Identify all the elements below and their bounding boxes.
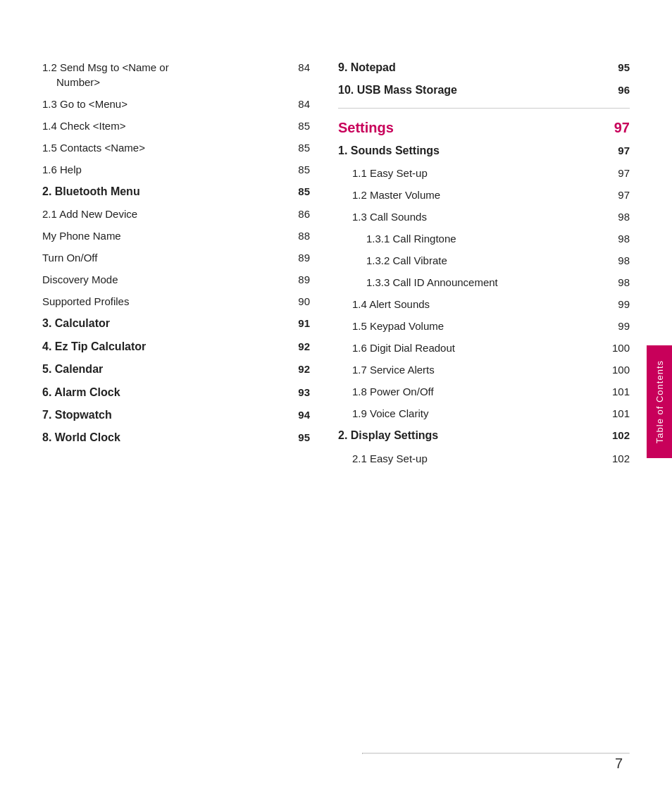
toc-label-1-2: 1.2 Send Msg to <Name orNumber>: [42, 60, 282, 90]
toc-label-s2-1: 2.1 Easy Set-up: [352, 451, 602, 466]
toc-label-s2: 2. Display Settings: [338, 428, 602, 443]
toc-page-s1-9: 101: [602, 407, 630, 419]
toc-page-4: 92: [282, 340, 310, 352]
toc-page-s1-3-3: 98: [602, 276, 630, 288]
toc-entry-s1-9: 1.9 Voice Clarity 101: [338, 402, 630, 424]
toc-label-s1-9: 1.9 Voice Clarity: [352, 406, 602, 421]
toc-entry-s1: 1. Sounds Settings 97: [338, 140, 630, 162]
toc-entry-s1-2: 1.2 Master Volume 97: [338, 184, 630, 206]
toc-page-s1-6: 100: [602, 342, 630, 354]
toc-label-s1-3-3: 1.3.3 Call ID Announcement: [366, 275, 602, 290]
toc-entry-s2: 2. Display Settings 102: [338, 424, 630, 447]
toc-page-s1-2: 97: [602, 189, 630, 201]
toc-page-s1-3: 98: [602, 211, 630, 223]
settings-heading: Settings 97: [338, 114, 630, 140]
toc-label-turn-on: Turn On/Off: [42, 250, 282, 265]
toc-page-1-6: 85: [282, 164, 310, 175]
toc-page-s1-7: 100: [602, 364, 630, 376]
toc-entry-6: 6. Alarm Clock 93: [42, 381, 310, 404]
toc-page-7: 94: [282, 409, 310, 421]
toc-label-s1-5: 1.5 Keypad Volume: [352, 319, 602, 333]
toc-label-s1-8: 1.8 Power On/Off: [352, 384, 602, 399]
toc-entry-1-4: 1.4 Check <Item> 85: [42, 115, 310, 137]
toc-label-3: 3. Calculator: [42, 316, 282, 331]
toc-page-1-4: 85: [282, 120, 310, 132]
toc-label-2-1: 2.1 Add New Device: [42, 207, 282, 221]
toc-page-1-3: 84: [282, 98, 310, 110]
two-column-layout: 1.2 Send Msg to <Name orNumber> 84 1.3 G…: [42, 56, 630, 469]
toc-page-s1-1: 97: [602, 167, 630, 179]
toc-entry-s1-4: 1.4 Alert Sounds 99: [338, 293, 630, 315]
toc-page-s1-3-1: 98: [602, 233, 630, 245]
toc-entry-4: 4. Ez Tip Calculator 92: [42, 335, 310, 358]
toc-entry-2: 2. Bluetooth Menu 85: [42, 180, 310, 203]
toc-entry-s1-8: 1.8 Power On/Off 101: [338, 381, 630, 402]
toc-label-5: 5. Calendar: [42, 362, 282, 377]
toc-page-8: 95: [282, 431, 310, 443]
toc-entry-1-3: 1.3 Go to <Menu> 84: [42, 93, 310, 115]
toc-entry-s1-3-1: 1.3.1 Call Ringtone 98: [338, 228, 630, 250]
toc-page-discovery: 89: [282, 273, 310, 285]
toc-label-6: 6. Alarm Clock: [42, 385, 282, 400]
toc-page-my-phone: 88: [282, 230, 310, 242]
toc-page-10: 96: [602, 84, 630, 96]
page-number: 7: [615, 756, 623, 772]
toc-label-10: 10. USB Mass Storage: [338, 82, 602, 98]
toc-entry-7: 7. Stopwatch 94: [42, 404, 310, 426]
right-column: 9. Notepad 95 10. USB Mass Storage 96 Se…: [338, 56, 630, 469]
toc-label-s1-6: 1.6 Digit Dial Readout: [352, 340, 602, 355]
sidebar-tab-text: Table of Contents: [654, 360, 665, 443]
toc-entry-s1-6: 1.6 Digit Dial Readout 100: [338, 337, 630, 359]
toc-page-s2-1: 102: [602, 452, 630, 464]
left-column: 1.2 Send Msg to <Name orNumber> 84 1.3 G…: [42, 56, 310, 469]
toc-label-2: 2. Bluetooth Menu: [42, 184, 282, 199]
toc-entry-s1-7: 1.7 Service Alerts 100: [338, 359, 630, 381]
toc-label-s1-3-2: 1.3.2 Call Vibrate: [366, 253, 602, 268]
settings-heading-label: Settings: [338, 120, 394, 136]
toc-label-4: 4. Ez Tip Calculator: [42, 339, 282, 355]
toc-entry-10: 10. USB Mass Storage 96: [338, 79, 630, 101]
sidebar-tab: Table of Contents: [647, 345, 672, 458]
toc-label-s1: 1. Sounds Settings: [338, 143, 602, 159]
toc-label-7: 7. Stopwatch: [42, 407, 282, 423]
toc-label-1-3: 1.3 Go to <Menu>: [42, 97, 282, 111]
toc-page-2: 85: [282, 185, 310, 197]
toc-page-9: 95: [602, 61, 630, 73]
toc-label-s1-3: 1.3 Call Sounds: [352, 209, 602, 224]
toc-page-s2: 102: [602, 429, 630, 441]
toc-label-supported: Supported Profiles: [42, 294, 282, 309]
toc-entry-discovery: Discovery Mode 89: [42, 269, 310, 290]
toc-entry-s1-3-3: 1.3.3 Call ID Announcement 98: [338, 271, 630, 293]
toc-label-1-4: 1.4 Check <Item>: [42, 118, 282, 133]
section-divider: [338, 108, 630, 109]
toc-label-8: 8. World Clock: [42, 430, 282, 445]
toc-entry-turn-on: Turn On/Off 89: [42, 247, 310, 269]
toc-label-discovery: Discovery Mode: [42, 272, 282, 287]
toc-entry-s1-3: 1.3 Call Sounds 98: [338, 206, 630, 228]
page-container: 1.2 Send Msg to <Name orNumber> 84 1.3 G…: [0, 0, 672, 807]
toc-page-turn-on: 89: [282, 252, 310, 264]
toc-entry-1-2: 1.2 Send Msg to <Name orNumber> 84: [42, 56, 310, 93]
toc-label-1-6: 1.6 Help: [42, 162, 282, 177]
toc-label-s1-7: 1.7 Service Alerts: [352, 362, 602, 377]
toc-page-s1-5: 99: [602, 320, 630, 332]
toc-entry-3: 3. Calculator 91: [42, 312, 310, 335]
toc-page-s1: 97: [602, 144, 630, 156]
toc-entry-s1-1: 1.1 Easy Set-up 97: [338, 162, 630, 184]
toc-entry-1-5: 1.5 Contacts <Name> 85: [42, 137, 310, 159]
toc-entry-s1-3-2: 1.3.2 Call Vibrate 98: [338, 250, 630, 271]
toc-label-9: 9. Notepad: [338, 60, 602, 75]
toc-page-5: 92: [282, 363, 310, 375]
toc-entry-supported: Supported Profiles 90: [42, 290, 310, 312]
toc-entry-s1-5: 1.5 Keypad Volume 99: [338, 315, 630, 337]
toc-label-s1-1: 1.1 Easy Set-up: [352, 166, 602, 180]
bottom-divider: [362, 753, 630, 754]
toc-label-s1-2: 1.2 Master Volume: [352, 187, 602, 202]
toc-page-1-2: 84: [282, 61, 310, 73]
toc-entry-my-phone: My Phone Name 88: [42, 225, 310, 247]
toc-entry-5: 5. Calendar 92: [42, 358, 310, 381]
toc-page-s1-8: 101: [602, 386, 630, 398]
toc-label-my-phone: My Phone Name: [42, 228, 282, 243]
toc-page-6: 93: [282, 386, 310, 398]
toc-page-2-1: 86: [282, 208, 310, 220]
